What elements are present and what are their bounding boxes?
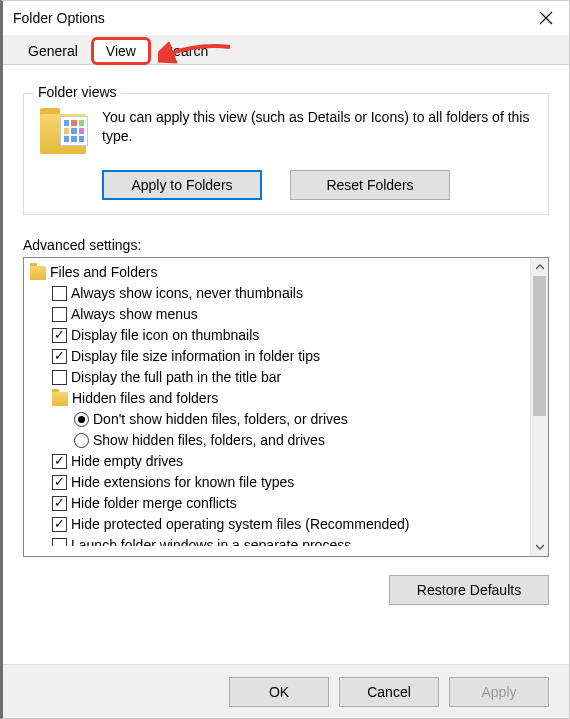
scroll-up-button[interactable] bbox=[531, 258, 548, 276]
titlebar: Folder Options bbox=[3, 1, 569, 35]
tree-item[interactable]: Hide folder merge conflicts bbox=[30, 493, 528, 514]
chevron-down-icon bbox=[536, 543, 544, 551]
checkbox-icon[interactable] bbox=[52, 370, 67, 385]
tree-item[interactable]: Hidden files and folders bbox=[30, 388, 528, 409]
close-icon bbox=[539, 11, 553, 25]
advanced-settings-tree[interactable]: Files and Folders Always show icons, nev… bbox=[23, 257, 549, 557]
tree-viewport: Files and Folders Always show icons, nev… bbox=[24, 258, 530, 556]
dialog-button-bar: OK Cancel Apply bbox=[3, 664, 569, 718]
chevron-up-icon bbox=[536, 263, 544, 271]
tree-root-label: Files and Folders bbox=[50, 262, 157, 283]
cancel-button[interactable]: Cancel bbox=[339, 677, 439, 707]
tree-item-label: Show hidden files, folders, and drives bbox=[93, 430, 325, 451]
restore-defaults-button[interactable]: Restore Defaults bbox=[389, 575, 549, 605]
tab-search[interactable]: Search bbox=[151, 37, 221, 64]
tree-item[interactable]: Launch folder windows in a separate proc… bbox=[30, 535, 528, 556]
advanced-settings-label: Advanced settings: bbox=[23, 237, 549, 253]
radio-icon[interactable] bbox=[74, 433, 89, 448]
tree-item-label: Launch folder windows in a separate proc… bbox=[71, 535, 351, 556]
close-button[interactable] bbox=[523, 1, 569, 35]
checkbox-icon[interactable] bbox=[52, 307, 67, 322]
folder-options-dialog: Folder Options General View Search Folde… bbox=[0, 0, 570, 719]
checkbox-icon[interactable] bbox=[52, 475, 67, 490]
folder-icon bbox=[52, 392, 68, 406]
scroll-down-button[interactable] bbox=[531, 538, 548, 556]
tab-view[interactable]: View bbox=[91, 37, 151, 65]
checkbox-icon[interactable] bbox=[52, 496, 67, 511]
checkbox-icon[interactable] bbox=[52, 538, 67, 553]
tree-item-label: Hide folder merge conflicts bbox=[71, 493, 237, 514]
tree-item[interactable]: Show hidden files, folders, and drives bbox=[30, 430, 528, 451]
ok-button[interactable]: OK bbox=[229, 677, 329, 707]
tree-item-label: Hide extensions for known file types bbox=[71, 472, 294, 493]
tree-item-label: Display file icon on thumbnails bbox=[71, 325, 259, 346]
scrollbar[interactable] bbox=[530, 258, 548, 556]
tree-item[interactable]: Display file icon on thumbnails bbox=[30, 325, 528, 346]
tree-root[interactable]: Files and Folders bbox=[30, 262, 528, 283]
tree-item[interactable]: Display file size information in folder … bbox=[30, 346, 528, 367]
folder-icon bbox=[30, 266, 46, 280]
tree-item-label: Hide protected operating system files (R… bbox=[71, 514, 410, 535]
tree-item[interactable]: Don't show hidden files, folders, or dri… bbox=[30, 409, 528, 430]
checkbox-icon[interactable] bbox=[52, 328, 67, 343]
tree-item-label: Always show menus bbox=[71, 304, 198, 325]
folder-views-icon bbox=[38, 108, 88, 156]
folder-views-group: Folder views You can apply this view (su… bbox=[23, 93, 549, 215]
tree-item-label: Don't show hidden files, folders, or dri… bbox=[93, 409, 348, 430]
window-title: Folder Options bbox=[13, 10, 105, 26]
apply-button[interactable]: Apply bbox=[449, 677, 549, 707]
checkbox-icon[interactable] bbox=[52, 349, 67, 364]
tree-item[interactable]: Hide empty drives bbox=[30, 451, 528, 472]
tree-item[interactable]: Always show menus bbox=[30, 304, 528, 325]
reset-folders-button[interactable]: Reset Folders bbox=[290, 170, 450, 200]
checkbox-icon[interactable] bbox=[52, 286, 67, 301]
tree-item-label: Always show icons, never thumbnails bbox=[71, 283, 303, 304]
checkbox-icon[interactable] bbox=[52, 517, 67, 532]
tree-item-label: Display file size information in folder … bbox=[71, 346, 320, 367]
tree-item-label: Hide empty drives bbox=[71, 451, 183, 472]
tree-item[interactable]: Always show icons, never thumbnails bbox=[30, 283, 528, 304]
tree-item-label: Display the full path in the title bar bbox=[71, 367, 281, 388]
folder-views-label: Folder views bbox=[34, 84, 121, 100]
tree-item[interactable]: Hide protected operating system files (R… bbox=[30, 514, 528, 535]
scroll-thumb[interactable] bbox=[533, 276, 546, 416]
tree-item[interactable]: Hide extensions for known file types bbox=[30, 472, 528, 493]
scroll-track[interactable] bbox=[531, 276, 548, 538]
tree-item-label: Hidden files and folders bbox=[72, 388, 218, 409]
folder-views-description: You can apply this view (such as Details… bbox=[102, 108, 534, 156]
tab-general[interactable]: General bbox=[15, 37, 91, 64]
tree-item[interactable]: Display the full path in the title bar bbox=[30, 367, 528, 388]
apply-to-folders-button[interactable]: Apply to Folders bbox=[102, 170, 262, 200]
tab-row: General View Search bbox=[3, 35, 569, 65]
content-area: Folder views You can apply this view (su… bbox=[3, 65, 569, 605]
radio-icon[interactable] bbox=[74, 412, 89, 427]
checkbox-icon[interactable] bbox=[52, 454, 67, 469]
